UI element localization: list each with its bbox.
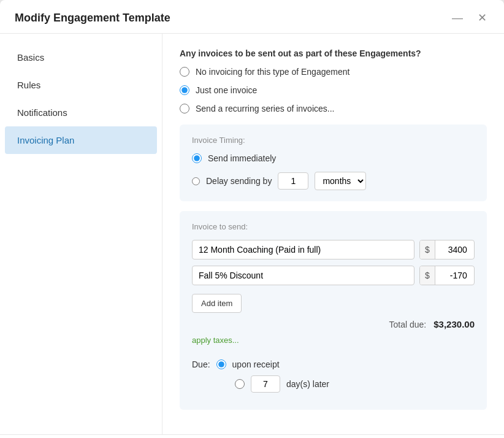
add-item-button[interactable]: Add item [192, 294, 242, 313]
invoice-currency-0: $ [420, 240, 435, 259]
sidebar-item-rules[interactable]: Rules [0, 71, 162, 99]
radio-recurring-label: Send a recurring series of invoices... [196, 104, 334, 113]
invoice-item-row-0: $ [192, 240, 475, 259]
due-days-later-row: day(s) later [192, 375, 475, 393]
delay-unit-select[interactable]: days weeks months years [315, 172, 366, 190]
radio-recurring[interactable]: Send a recurring series of invoices... [180, 104, 487, 113]
invoice-currency-1: $ [420, 266, 435, 285]
sidebar-item-label: Basics [17, 52, 44, 63]
due-upon-receipt-label: upon receipt [232, 359, 280, 369]
dialog-title: Modify Engagement Template [15, 12, 170, 25]
invoice-timing-section: Invoice Timing: Send immediately Delay s… [180, 125, 487, 201]
dialog-body: Basics Rules Notifications Invoicing Pla… [0, 34, 504, 434]
invoice-item-name-0[interactable] [192, 240, 414, 259]
sidebar-item-label: Notifications [17, 107, 67, 118]
sidebar-item-invoicing-plan[interactable]: Invoicing Plan [5, 126, 157, 154]
title-bar-controls: — ✕ [449, 11, 489, 25]
invoice-amount-group-1: $ [419, 266, 475, 285]
send-immediately-label: Send immediately [208, 153, 276, 163]
radio-just-one[interactable]: Just one invoice [180, 85, 487, 95]
sidebar-item-notifications[interactable]: Notifications [0, 99, 162, 126]
due-upon-receipt-input[interactable] [216, 359, 226, 369]
apply-taxes-link[interactable]: apply taxes... [192, 336, 239, 345]
delay-radio-input[interactable] [192, 177, 200, 185]
delay-row: Delay sending by days weeks months years [192, 172, 475, 190]
sidebar-item-basics[interactable]: Basics [0, 44, 162, 71]
invoice-amount-input-1[interactable] [435, 266, 472, 285]
radio-no-invoicing[interactable]: No invoicing for this type of Engagement [180, 67, 487, 77]
total-amount: $3,230.00 [433, 319, 475, 329]
send-immediately-input[interactable] [192, 153, 202, 163]
due-row: Due: upon receipt [192, 359, 475, 369]
modify-engagement-dialog: Modify Engagement Template — ✕ Basics Ru… [0, 0, 504, 438]
invoice-timing-label: Invoice Timing: [192, 136, 475, 145]
sidebar: Basics Rules Notifications Invoicing Pla… [0, 34, 162, 434]
main-content: Any invoices to be sent out as part of t… [162, 34, 504, 434]
footer: Save [0, 434, 504, 438]
invoice-type-radio-group: No invoicing for this type of Engagement… [180, 67, 487, 113]
total-row: Total due: $3,230.00 [192, 319, 475, 329]
due-upon-receipt-radio[interactable]: upon receipt [216, 359, 280, 369]
radio-just-one-label: Just one invoice [196, 85, 257, 95]
invoice-amount-input-0[interactable] [435, 240, 472, 259]
invoice-question: Any invoices to be sent out as part of t… [180, 48, 487, 58]
days-later-input[interactable] [251, 375, 280, 393]
close-button[interactable]: ✕ [475, 11, 489, 25]
total-label: Total due: [389, 320, 427, 329]
delay-value-input[interactable] [278, 172, 308, 190]
radio-recurring-input[interactable] [180, 104, 189, 113]
title-bar: Modify Engagement Template — ✕ [0, 0, 504, 34]
radio-no-invoicing-label: No invoicing for this type of Engagement [196, 67, 349, 77]
invoice-item-row-1: $ [192, 266, 475, 285]
invoice-to-send-label: Invoice to send: [192, 222, 475, 231]
sidebar-item-label: Rules [17, 80, 40, 90]
due-label: Due: [192, 359, 210, 369]
minimize-button[interactable]: — [449, 11, 465, 25]
radio-just-one-input[interactable] [180, 85, 189, 95]
radio-no-invoicing-input[interactable] [180, 67, 189, 77]
due-section: Due: upon receipt day(s) later [192, 359, 475, 393]
due-days-later-radio-input[interactable] [235, 379, 245, 389]
send-immediately-row: Send immediately [192, 153, 475, 163]
send-immediately-radio[interactable]: Send immediately [192, 153, 276, 163]
delay-label: Delay sending by [206, 176, 272, 186]
invoice-to-send-section: Invoice to send: $ $ [180, 211, 487, 410]
invoice-item-name-1[interactable] [192, 266, 414, 285]
invoice-amount-group-0: $ [419, 240, 475, 259]
sidebar-item-label: Invoicing Plan [17, 135, 74, 145]
days-later-label: day(s) later [286, 379, 329, 389]
